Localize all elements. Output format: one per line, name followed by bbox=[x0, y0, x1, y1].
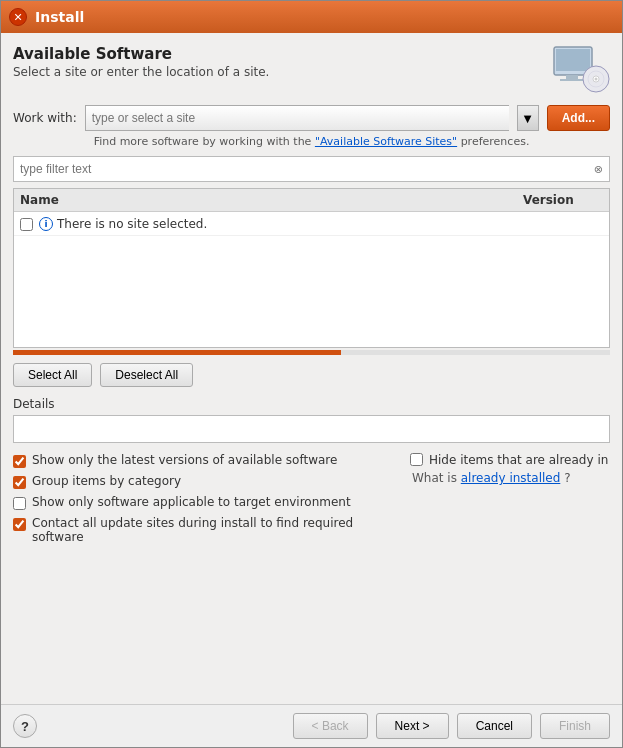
select-all-button[interactable]: Select All bbox=[13, 363, 92, 387]
group-by-category-option[interactable]: Group items by category bbox=[13, 474, 400, 489]
info-icon: i bbox=[39, 217, 53, 231]
main-content: Available Software Select a site or ente… bbox=[1, 33, 622, 704]
header-section: Available Software Select a site or ente… bbox=[13, 45, 610, 95]
show-latest-option[interactable]: Show only the latest versions of availab… bbox=[13, 453, 400, 468]
column-name: Name bbox=[20, 193, 523, 207]
bottom-bar: ? < Back Next > Cancel Finish bbox=[1, 704, 622, 747]
filter-input[interactable] bbox=[14, 162, 588, 176]
close-button[interactable]: ✕ bbox=[9, 8, 27, 26]
select-buttons-row: Select All Deselect All bbox=[13, 363, 610, 387]
filter-row: ⊗ bbox=[13, 156, 610, 182]
progress-bar-container bbox=[13, 350, 610, 355]
no-site-text: There is no site selected. bbox=[57, 217, 207, 231]
window-title: Install bbox=[35, 9, 84, 25]
already-installed-row: What is already installed ? bbox=[410, 471, 610, 485]
install-window: ✕ Install Available Software Select a si… bbox=[0, 0, 623, 748]
column-version: Version bbox=[523, 193, 603, 207]
row-checkbox[interactable] bbox=[20, 218, 33, 231]
back-button[interactable]: < Back bbox=[293, 713, 368, 739]
page-subtitle: Select a site or enter the location of a… bbox=[13, 65, 269, 79]
contact-update-sites-option[interactable]: Contact all update sites during install … bbox=[13, 516, 400, 544]
show-applicable-option[interactable]: Show only software applicable to target … bbox=[13, 495, 400, 510]
hide-installed-option[interactable]: Hide items that are already in bbox=[410, 453, 610, 467]
bottom-left: ? bbox=[13, 714, 37, 738]
page-title: Available Software bbox=[13, 45, 269, 63]
finish-button[interactable]: Finish bbox=[540, 713, 610, 739]
svg-rect-2 bbox=[566, 75, 578, 79]
group-by-category-checkbox[interactable] bbox=[13, 476, 26, 489]
dropdown-arrow[interactable]: ▼ bbox=[517, 105, 539, 131]
bottom-right: < Back Next > Cancel Finish bbox=[293, 713, 610, 739]
help-button[interactable]: ? bbox=[13, 714, 37, 738]
details-section: Details bbox=[13, 397, 610, 443]
next-button[interactable]: Next > bbox=[376, 713, 449, 739]
table-row: i There is no site selected. bbox=[14, 212, 609, 236]
options-section: Show only the latest versions of availab… bbox=[13, 453, 610, 544]
already-installed-link[interactable]: already installed bbox=[461, 471, 561, 485]
svg-point-7 bbox=[595, 78, 598, 81]
header-text: Available Software Select a site or ente… bbox=[13, 45, 269, 79]
svg-rect-3 bbox=[560, 79, 584, 81]
work-with-label: Work with: bbox=[13, 111, 77, 125]
software-table[interactable]: Name Version i There is no site selected… bbox=[13, 188, 610, 348]
software-sites-row: Find more software by working with the "… bbox=[13, 135, 610, 148]
options-right: Hide items that are already in What is a… bbox=[410, 453, 610, 544]
cd-icon bbox=[552, 45, 610, 95]
progress-bar bbox=[13, 350, 341, 355]
options-left: Show only the latest versions of availab… bbox=[13, 453, 400, 544]
titlebar: ✕ Install bbox=[1, 1, 622, 33]
show-applicable-checkbox[interactable] bbox=[13, 497, 26, 510]
table-header: Name Version bbox=[14, 189, 609, 212]
details-box bbox=[13, 415, 610, 443]
filter-clear-icon[interactable]: ⊗ bbox=[588, 163, 609, 176]
details-label: Details bbox=[13, 397, 610, 411]
software-sites-link[interactable]: "Available Software Sites" bbox=[315, 135, 457, 148]
show-latest-checkbox[interactable] bbox=[13, 455, 26, 468]
hide-installed-checkbox[interactable] bbox=[410, 453, 423, 466]
svg-rect-1 bbox=[556, 49, 590, 71]
contact-update-sites-checkbox[interactable] bbox=[13, 518, 26, 531]
add-button[interactable]: Add... bbox=[547, 105, 610, 131]
cancel-button[interactable]: Cancel bbox=[457, 713, 532, 739]
deselect-all-button[interactable]: Deselect All bbox=[100, 363, 193, 387]
site-input[interactable] bbox=[85, 105, 509, 131]
work-with-row: Work with: ▼ Add... bbox=[13, 105, 610, 131]
